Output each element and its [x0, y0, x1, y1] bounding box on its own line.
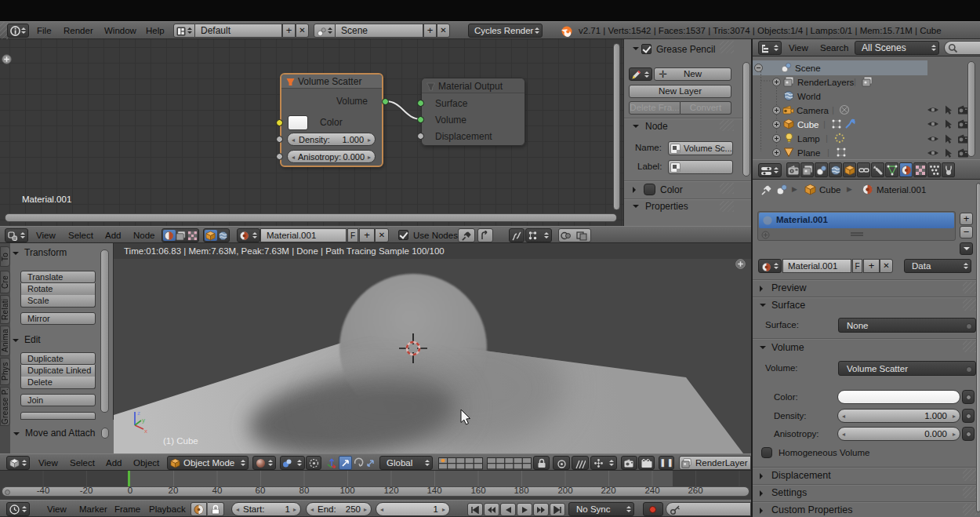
svg-text:y: y [142, 417, 145, 424]
svg-text:z: z [137, 410, 140, 417]
svg-text:x: x [144, 428, 147, 435]
